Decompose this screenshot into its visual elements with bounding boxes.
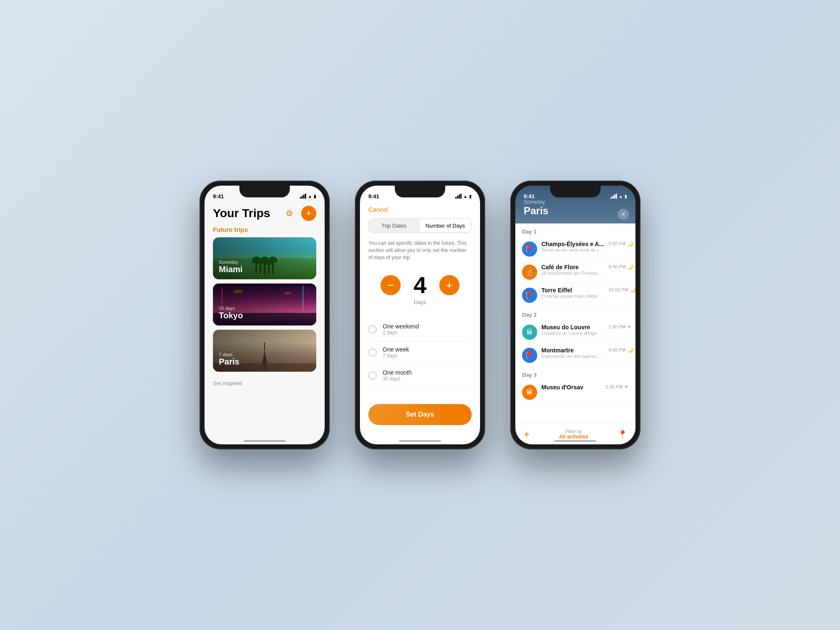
phone-days-modal: 9:41 Cancel Trip Dates Number of Days Yo… — [355, 181, 485, 449]
tab-trip-dates[interactable]: Trip Dates — [369, 218, 419, 233]
preset-weekend-days: 2 days — [383, 330, 419, 336]
signal-icon-1 — [300, 194, 306, 199]
eiffel-info: Torre Eiffel O cartão postal mais célebr… — [541, 287, 604, 299]
notch — [239, 186, 290, 197]
phones-container: 9:41 Your Trips ⚙ + Future — [200, 181, 640, 449]
montmartre-time-icon: 🌙 — [627, 347, 633, 353]
cafe-info: Café de Flore Já frequentado por Picasso… — [541, 264, 604, 276]
eiffel-time-icon: 🌙 — [630, 287, 635, 293]
trips-header-icons: ⚙ + — [282, 206, 316, 221]
filter-label: Filter by — [559, 429, 588, 434]
status-time-2: 9:41 — [368, 193, 379, 200]
tokyo-name: Tokyo — [219, 311, 310, 320]
battery-icon-2 — [469, 194, 472, 199]
cafe-time-icon: 🌙 — [627, 264, 633, 270]
preset-weekend-name: One weekend — [383, 323, 419, 330]
tokyo-overlay: 15 days Tokyo — [213, 284, 316, 326]
preset-week-text: One week 7 days — [383, 346, 409, 359]
phone-trips: 9:41 Your Trips ⚙ + Future — [200, 181, 330, 449]
status-icons-2 — [455, 194, 472, 199]
decrease-days-button[interactable]: − — [381, 275, 401, 295]
paris-overlay: 7 days Paris — [213, 330, 316, 372]
preset-weekend[interactable]: One weekend 2 days — [368, 318, 472, 341]
activity-cafe[interactable]: 🍴 Café de Flore Já frequentado por Picas… — [515, 260, 635, 284]
preset-month-days: 30 days — [383, 376, 412, 382]
preset-month-radio[interactable] — [368, 371, 377, 380]
signal-icon-2 — [455, 194, 462, 199]
louvre-icon: 🏛 — [522, 325, 537, 340]
home-indicator-1 — [244, 440, 286, 442]
louvre-info: Museu do Louvre O palácio do Louvre abri… — [541, 324, 604, 336]
segment-control: Trip Dates Number of Days — [368, 218, 472, 233]
set-days-button[interactable]: Set Days — [368, 404, 472, 425]
preset-weekend-text: One weekend 2 days — [383, 323, 419, 336]
increase-days-button[interactable]: + — [439, 275, 459, 295]
activity-montmartre[interactable]: 🚩 Montmartre Explorando um dos bairros m… — [515, 344, 635, 367]
status-time-3: 9:41 — [524, 193, 535, 200]
future-trips-label: Future trips — [205, 226, 325, 237]
signal-icon-3 — [611, 194, 617, 199]
itinerary-content: Day 1 🚩 Champs-Élysées e A... Sentir-se … — [515, 223, 635, 444]
cancel-button[interactable]: Cancel — [360, 202, 480, 218]
day-1-label: Day 1 — [515, 223, 635, 237]
miami-overlay: Someday Miami — [213, 237, 316, 279]
activity-orsay[interactable]: 🏛 Museu d'Orsav 2:00 PM ☀ — [515, 381, 635, 404]
montmartre-info: Montmartre Explorando um dos bairros mai… — [541, 347, 604, 359]
day-2-label: Day 2 — [515, 307, 635, 320]
champs-icon: 🚩 — [522, 242, 537, 257]
activity-eiffel[interactable]: 🚩 Torre Eiffel O cartão postal mais céle… — [515, 284, 635, 307]
eiffel-time: 10:00 PM 🌙 — [609, 287, 635, 293]
miami-name: Miami — [219, 265, 310, 274]
champs-time-icon: 🌙 — [627, 241, 633, 247]
champs-info: Champs-Élysées e A... Sentir-se em uma c… — [541, 241, 604, 252]
montmartre-icon: 🚩 — [522, 348, 537, 363]
preset-month-text: One month 30 days — [383, 369, 412, 382]
cafe-desc: Já frequentado por Picasso, Roman Polans… — [541, 270, 604, 276]
champs-name: Champs-Élysées e A... — [541, 241, 604, 247]
preset-weekend-radio[interactable] — [368, 325, 377, 333]
louvre-time: 1:00 PM ☀ — [609, 324, 632, 330]
orsay-time-icon: ☀ — [624, 384, 629, 390]
orsay-info: Museu d'Orsav — [541, 384, 601, 391]
tab-number-of-days[interactable]: Number of Days — [420, 219, 470, 232]
champs-desc: Sentir-se em uma cena de cinema nessa ch… — [541, 247, 604, 252]
modal-description: You can set specific dates in the future… — [360, 240, 480, 269]
preset-week[interactable]: One week 7 days — [368, 341, 472, 364]
preset-week-radio[interactable] — [368, 348, 377, 357]
paris-city: Paris — [524, 205, 627, 217]
map-button[interactable]: 📍 — [618, 430, 627, 439]
montmartre-desc: Explorando um dos bairros mais agradávei… — [541, 354, 604, 359]
preset-week-name: One week — [383, 346, 409, 353]
cafe-time: 8:00 PM 🌙 — [609, 264, 633, 270]
close-button[interactable]: × — [618, 209, 629, 220]
days-stepper: − 4 + — [360, 269, 480, 299]
orsay-icon: 🏛 — [522, 385, 537, 400]
add-activity-button[interactable]: + — [524, 428, 530, 440]
days-unit-label: Days — [360, 299, 480, 314]
set-inspired-label: Set inspired — [205, 376, 325, 386]
champs-time: 5:00 PM 🌙 — [609, 241, 633, 247]
add-icon: + — [306, 208, 312, 219]
activity-louvre[interactable]: 🏛 Museu do Louvre O palácio do Louvre ab… — [515, 320, 635, 344]
trip-card-miami[interactable]: Someday Miami — [213, 237, 316, 279]
settings-button[interactable]: ⚙ — [282, 206, 297, 221]
filter-value: All activities — [559, 434, 588, 440]
preset-month[interactable]: One month 30 days — [368, 364, 472, 387]
activity-champs[interactable]: 🚩 Champs-Élysées e A... Sentir-se em uma… — [515, 237, 635, 260]
status-time-1: 9:41 — [213, 193, 224, 200]
trip-card-tokyo[interactable]: 15 days Tokyo — [213, 284, 316, 326]
paris-name: Paris — [219, 357, 310, 367]
orsay-time: 2:00 PM ☀ — [606, 384, 629, 390]
louvre-time-icon: ☀ — [627, 324, 632, 330]
trips-title: Your Trips — [213, 207, 270, 220]
wifi-icon-1 — [308, 194, 312, 199]
status-icons-1 — [300, 194, 316, 199]
tokyo-days: 15 days — [219, 306, 310, 311]
trip-card-paris[interactable]: 7 days Paris — [213, 330, 316, 372]
notch-2 — [395, 186, 445, 197]
montmartre-time: 8:00 PM 🌙 — [609, 347, 633, 353]
add-trip-button[interactable]: + — [301, 206, 316, 221]
eiffel-icon: 🚩 — [522, 288, 537, 303]
filter-section[interactable]: Filter by All activities — [559, 429, 588, 440]
cafe-name: Café de Flore — [541, 264, 604, 270]
